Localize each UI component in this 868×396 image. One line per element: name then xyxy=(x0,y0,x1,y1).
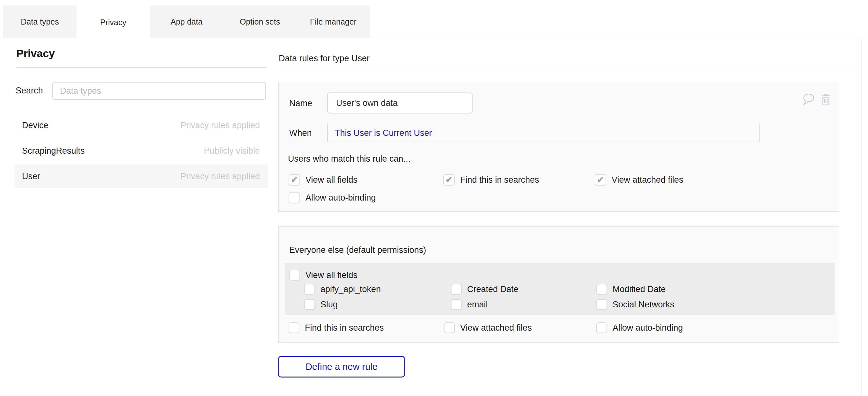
rule-actions xyxy=(802,93,831,108)
checkbox-unchecked-icon[interactable] xyxy=(289,270,300,281)
tab-app-data[interactable]: App data xyxy=(150,5,223,38)
rule-when-condition[interactable]: This User is Current User xyxy=(327,124,760,142)
sidebar-divider xyxy=(16,67,267,68)
rule-permissions: View all fields Find this in searches Vi… xyxy=(288,174,683,204)
search-input[interactable] xyxy=(52,82,266,100)
field-email[interactable]: email xyxy=(451,298,596,311)
field-slug[interactable]: Slug xyxy=(304,298,451,311)
checkbox-checked-icon[interactable] xyxy=(288,174,300,186)
data-type-status: Privacy rules applied xyxy=(181,121,260,130)
checkbox-unchecked-icon[interactable] xyxy=(288,322,300,333)
fields-box: View all fields apify_api_token Created … xyxy=(285,263,835,315)
rule-when-label: When xyxy=(289,124,312,142)
search-label: Search xyxy=(16,82,43,99)
default-permissions-row: Find this in searches View attached file… xyxy=(288,322,683,334)
data-type-name: User xyxy=(22,172,40,181)
content-right-border xyxy=(861,38,862,396)
checkbox-unchecked-icon[interactable] xyxy=(451,284,462,295)
tab-file-manager[interactable]: File manager xyxy=(297,5,370,38)
default-view-attached-files[interactable]: View attached files xyxy=(444,322,596,334)
checkbox-unchecked-icon[interactable] xyxy=(288,192,300,204)
permission-find-in-searches[interactable]: Find this in searches xyxy=(443,174,595,186)
tab-header: Data types Privacy App data Option sets … xyxy=(0,0,868,38)
checkbox-unchecked-icon[interactable] xyxy=(444,322,455,333)
checkbox-unchecked-icon[interactable] xyxy=(304,284,315,295)
data-type-name: Device xyxy=(22,121,49,130)
permission-view-attached-files[interactable]: View attached files xyxy=(595,174,683,186)
tab-option-sets[interactable]: Option sets xyxy=(223,5,297,38)
trash-icon[interactable] xyxy=(821,93,831,108)
define-new-rule-button[interactable]: Define a new rule xyxy=(278,356,405,377)
default-permissions-panel: Everyone else (default permissions) View… xyxy=(278,226,839,343)
page-title: Privacy xyxy=(16,47,55,60)
tab-bar: Data types Privacy App data Option sets … xyxy=(3,5,370,38)
field-checkbox-grid: apify_api_token Created Date Modified Da… xyxy=(304,283,675,311)
data-type-status: Privacy rules applied xyxy=(181,172,260,181)
checkbox-unchecked-icon[interactable] xyxy=(596,284,607,295)
data-type-row-scrapingresults[interactable]: ScrapingResults Publicly visible xyxy=(15,139,268,162)
privacy-page: Data types Privacy App data Option sets … xyxy=(0,0,868,396)
comment-icon[interactable] xyxy=(802,93,815,108)
field-created-date[interactable]: Created Date xyxy=(451,283,596,296)
default-view-all-fields[interactable]: View all fields xyxy=(289,269,358,281)
rule-name-label: Name xyxy=(289,93,312,114)
checkbox-unchecked-icon[interactable] xyxy=(451,299,462,310)
default-permissions-heading: Everyone else (default permissions) xyxy=(289,245,426,255)
permission-allow-auto-binding[interactable]: Allow auto-binding xyxy=(288,191,443,204)
main-divider xyxy=(279,67,851,67)
permissions-intro: Users who match this rule can... xyxy=(288,153,410,164)
data-type-row-user[interactable]: User Privacy rules applied xyxy=(15,164,268,188)
checkbox-unchecked-icon[interactable] xyxy=(596,299,607,310)
data-rules-heading: Data rules for type User xyxy=(279,54,370,63)
tab-data-types[interactable]: Data types xyxy=(3,5,76,38)
tab-privacy[interactable]: Privacy xyxy=(76,5,150,39)
data-type-name: ScrapingResults xyxy=(22,146,85,156)
checkbox-unchecked-icon[interactable] xyxy=(304,299,315,310)
field-social-networks[interactable]: Social Networks xyxy=(596,298,675,311)
data-type-status: Publicly visible xyxy=(204,146,260,156)
permission-view-all-fields[interactable]: View all fields xyxy=(288,174,443,186)
rule-name-input[interactable] xyxy=(327,92,473,114)
checkbox-unchecked-icon[interactable] xyxy=(596,322,607,333)
checkbox-checked-icon[interactable] xyxy=(443,174,455,186)
field-modified-date[interactable]: Modified Date xyxy=(596,283,675,296)
default-find-in-searches[interactable]: Find this in searches xyxy=(288,322,444,334)
field-apify-api-token[interactable]: apify_api_token xyxy=(304,283,451,296)
rule-panel: Name When This User is xyxy=(278,82,839,212)
data-type-list: Device Privacy rules applied ScrapingRes… xyxy=(15,114,268,190)
data-type-row-device[interactable]: Device Privacy rules applied xyxy=(15,114,268,137)
checkbox-checked-icon[interactable] xyxy=(595,174,606,186)
default-allow-auto-binding[interactable]: Allow auto-binding xyxy=(596,322,683,334)
